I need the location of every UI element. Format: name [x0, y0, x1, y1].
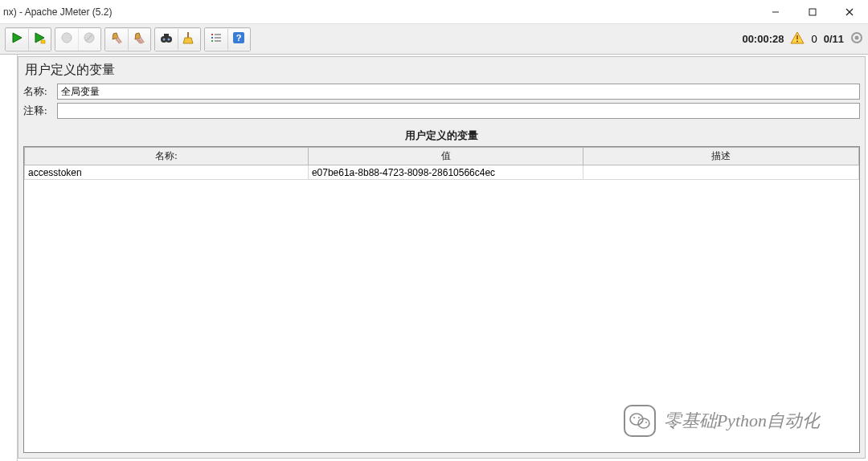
window-title: nx) - Apache JMeter (5.2) — [3, 6, 112, 18]
elapsed-time: 00:00:28 — [742, 33, 784, 45]
maximize-button[interactable] — [794, 0, 831, 24]
svg-point-21 — [168, 39, 170, 41]
panel-title: 用户定义的变量 — [23, 60, 860, 84]
name-input[interactable] — [57, 84, 860, 100]
run-no-pause-button[interactable] — [28, 28, 51, 51]
comment-label: 注释: — [23, 104, 54, 118]
variables-table: 名称: 值 描述 accesstokene07be61a-8b88-4723-8… — [24, 147, 859, 180]
list-icon — [210, 31, 223, 47]
broom3-icon — [182, 31, 195, 47]
warning-indicator — [790, 31, 805, 47]
comment-input[interactable] — [57, 103, 860, 119]
shutdown-button — [78, 28, 100, 51]
svg-rect-24 — [211, 34, 213, 35]
column-header-value[interactable]: 值 — [308, 148, 583, 165]
section-heading: 用户定义的变量 — [23, 122, 860, 146]
svg-rect-26 — [211, 40, 213, 42]
svg-marker-23 — [183, 38, 193, 43]
play-sub-icon — [33, 31, 46, 47]
name-label: 名称: — [23, 84, 54, 99]
svg-point-34 — [796, 41, 798, 43]
svg-point-20 — [163, 39, 166, 41]
green-indicator-icon — [850, 31, 863, 47]
binoculars-icon — [160, 31, 173, 47]
window-controls — [757, 0, 868, 24]
function-helper-button[interactable] — [205, 28, 227, 51]
svg-rect-22 — [187, 32, 189, 38]
table-row[interactable]: accesstokene07be61a-8b88-4723-8098-28610… — [25, 165, 859, 180]
toolbar-group — [104, 27, 151, 51]
shutdown-icon — [83, 31, 96, 47]
run-button[interactable] — [6, 28, 28, 51]
play-icon — [10, 31, 23, 47]
svg-marker-10 — [113, 33, 118, 39]
svg-point-36 — [855, 36, 859, 40]
svg-marker-13 — [135, 33, 141, 39]
svg-point-7 — [62, 33, 72, 43]
toolbar-status: 00:00:28 0 0/11 — [742, 31, 863, 47]
clear-all-button[interactable] — [128, 28, 150, 51]
warning-icon — [790, 31, 805, 44]
main-content: 用户定义的变量 名称: 注释: 用户定义的变量 名称: 值 描述 accesst… — [0, 55, 868, 461]
broom1-icon — [110, 31, 123, 47]
variables-table-container[interactable]: 名称: 值 描述 accesstokene07be61a-8b88-4723-8… — [23, 146, 860, 453]
toolbar-group — [5, 27, 51, 51]
reset-search-button[interactable] — [178, 28, 200, 51]
toolbar: ? 00:00:28 0 0/11 — [0, 24, 868, 55]
help-button[interactable]: ? — [227, 28, 250, 51]
column-header-name[interactable]: 名称: — [25, 148, 309, 165]
thread-count: 0/11 — [824, 33, 844, 45]
broom2-icon — [133, 31, 145, 47]
svg-marker-4 — [13, 33, 22, 43]
column-header-desc[interactable]: 描述 — [583, 148, 859, 165]
svg-rect-1 — [809, 9, 816, 15]
cell-desc[interactable] — [583, 165, 859, 180]
user-defined-variables-panel: 用户定义的变量 名称: 注释: 用户定义的变量 名称: 值 描述 accesst… — [18, 56, 866, 459]
toolbar-group — [55, 27, 101, 51]
tree-panel-edge[interactable] — [0, 55, 18, 461]
svg-rect-25 — [211, 37, 213, 39]
window-titlebar: nx) - Apache JMeter (5.2) — [0, 0, 868, 24]
warning-count: 0 — [811, 33, 817, 45]
toolbar-group: ? — [204, 27, 251, 51]
cell-name[interactable]: accesstoken — [25, 165, 309, 180]
svg-rect-19 — [164, 34, 169, 38]
svg-text:?: ? — [236, 33, 242, 43]
stop-button — [55, 28, 78, 51]
cell-value[interactable]: e07be61a-8b88-4723-8098-28610566c4ec — [308, 165, 583, 180]
search-button[interactable] — [155, 28, 178, 51]
svg-rect-6 — [41, 40, 45, 43]
stop-icon — [60, 31, 73, 47]
minimize-button[interactable] — [757, 0, 794, 24]
help-icon: ? — [232, 31, 245, 47]
close-button[interactable] — [831, 0, 868, 24]
toolbar-group — [154, 27, 201, 51]
clear-button[interactable] — [105, 28, 128, 51]
